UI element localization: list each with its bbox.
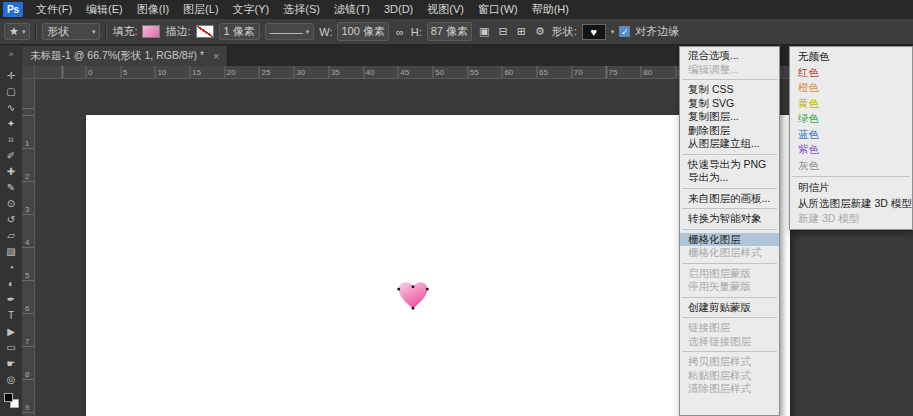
menubar-item[interactable]: 图层(L): [176, 0, 225, 19]
submenu-item[interactable]: 从所选图层新建 3D 模型: [790, 196, 912, 212]
path-selection-tool-icon[interactable]: ▶: [0, 324, 22, 340]
submenu-item[interactable]: 黄色: [790, 96, 912, 112]
tool-preset-picker[interactable]: ★ ▾: [4, 23, 30, 40]
menubar-item[interactable]: 滤镜(T): [327, 0, 377, 19]
clone-stamp-tool-icon[interactable]: ⊙: [0, 196, 22, 212]
ruler-number: 8: [25, 370, 29, 379]
shape-tool-icon[interactable]: ▭: [0, 340, 22, 356]
eraser-tool-icon[interactable]: ▱: [0, 228, 22, 244]
marquee-tool-icon[interactable]: ▢: [0, 84, 22, 100]
foreground-background-swatches[interactable]: [4, 393, 19, 408]
menubar-item[interactable]: 文件(F): [29, 0, 79, 19]
menubar-item[interactable]: 视图(V): [420, 0, 471, 19]
gear-icon[interactable]: ⚙: [533, 25, 547, 38]
menubar-item[interactable]: 3D(D): [377, 0, 420, 19]
context-menu-item: 链接图层: [680, 321, 779, 335]
context-menu-item: 栅格化图层样式: [680, 246, 779, 260]
context-menu-item[interactable]: 删除图层: [680, 124, 779, 138]
ruler-number: 7: [25, 337, 29, 346]
ruler-number: 2: [25, 172, 29, 181]
ruler-number: 10: [157, 68, 166, 77]
shape-picker[interactable]: ♥: [582, 24, 606, 40]
dodge-tool-icon[interactable]: ◐: [0, 276, 22, 292]
context-menu-item[interactable]: 栅格化图层: [680, 233, 779, 247]
quick-selection-tool-icon[interactable]: ✦: [0, 116, 22, 132]
chevron-down-icon: ▾: [306, 28, 310, 36]
stroke-style-select[interactable]: ——— ▾: [265, 23, 315, 40]
menubar-item[interactable]: 选择(S): [276, 0, 327, 19]
width-input[interactable]: 100 像素: [337, 22, 388, 41]
submenu-item[interactable]: 蓝色: [790, 127, 912, 143]
ruler-number: 45: [400, 68, 409, 77]
ruler-number: 35: [331, 68, 340, 77]
blur-tool-icon[interactable]: ◔: [0, 260, 22, 276]
ruler-number: 1: [25, 139, 29, 148]
tool-mode-select[interactable]: 形状 ▾: [42, 23, 100, 40]
heart-shape-layer[interactable]: [395, 278, 431, 314]
hand-tool-icon[interactable]: ☛: [0, 356, 22, 372]
submenu-item[interactable]: 灰色: [790, 158, 912, 174]
type-tool-icon[interactable]: T: [0, 308, 22, 324]
stroke-width-input[interactable]: 1 像素: [219, 23, 260, 40]
stroke-color-swatch[interactable]: [196, 25, 214, 38]
context-menu-item[interactable]: 创建剪贴蒙版: [680, 301, 779, 315]
menubar-item[interactable]: 帮助(H): [525, 0, 576, 19]
submenu-item[interactable]: 明信片: [790, 180, 912, 196]
submenu-item[interactable]: 无颜色: [790, 49, 912, 65]
tool-mode-value: 形状: [47, 24, 69, 39]
context-menu-item[interactable]: 复制 SVG: [680, 97, 779, 111]
menu-separator: [682, 317, 777, 318]
fill-color-swatch[interactable]: [142, 25, 160, 38]
lasso-tool-icon[interactable]: ∿: [0, 100, 22, 116]
context-menu-item[interactable]: 转换为智能对象: [680, 212, 779, 226]
link-dimensions-icon[interactable]: ∞: [394, 26, 406, 38]
submenu-item[interactable]: 紫色: [790, 142, 912, 158]
menu-separator: [792, 176, 910, 177]
submenu-item: 新建 3D 模型: [790, 211, 912, 227]
context-menu-item: 清除图层样式: [680, 382, 779, 396]
tools-panel: » ✛▢∿✦⌗✐✚✎⊙↺▱▨◔◐✒T▶▭☛◎: [0, 45, 22, 416]
align-edges-checkbox[interactable]: ✓: [619, 26, 630, 37]
foreground-color-swatch[interactable]: [4, 393, 13, 402]
context-menu-item[interactable]: 导出为...: [680, 171, 779, 185]
chevron-down-icon: ▾: [22, 28, 26, 36]
menubar-item[interactable]: 图像(I): [130, 0, 176, 19]
separator: [105, 23, 107, 41]
ruler-number: 3: [25, 205, 29, 214]
menubar-item[interactable]: 窗口(W): [471, 0, 525, 19]
healing-brush-tool-icon[interactable]: ✚: [0, 164, 22, 180]
eyedropper-tool-icon[interactable]: ✐: [0, 148, 22, 164]
ruler-number: 0: [88, 68, 92, 77]
history-brush-tool-icon[interactable]: ↺: [0, 212, 22, 228]
submenu-item[interactable]: 绿色: [790, 111, 912, 127]
move-tool-icon[interactable]: ✛: [0, 68, 22, 84]
ruler-number: 4: [25, 238, 29, 247]
pen-tool-icon[interactable]: ✒: [0, 292, 22, 308]
submenu-item[interactable]: 橙色: [790, 80, 912, 96]
menubar-item[interactable]: 编辑(E): [79, 0, 130, 19]
context-menu-item[interactable]: 从图层建立组...: [680, 137, 779, 151]
context-menu-item[interactable]: 来自图层的画板...: [680, 192, 779, 206]
path-alignment-icon[interactable]: ⊟: [496, 25, 509, 38]
context-menu-item[interactable]: 复制 CSS: [680, 83, 779, 97]
brush-tool-icon[interactable]: ✎: [0, 180, 22, 196]
context-menu-item[interactable]: 混合选项...: [680, 49, 779, 63]
collapse-panel-icon[interactable]: »: [8, 48, 13, 60]
path-arrangement-icon[interactable]: ⊞: [515, 25, 528, 38]
ruler-number: 20: [227, 68, 236, 77]
crop-tool-icon[interactable]: ⌗: [0, 132, 22, 148]
ruler-number: 25: [262, 68, 271, 77]
ruler-number: 55: [470, 68, 479, 77]
close-icon[interactable]: ×: [213, 50, 219, 62]
height-input[interactable]: 87 像素: [427, 22, 472, 41]
context-menu-item[interactable]: 快速导出为 PNG: [680, 158, 779, 172]
menu-bar: Ps 文件(F)编辑(E)图像(I)图层(L)文字(Y)选择(S)滤镜(T)3D…: [0, 0, 913, 19]
menubar-item[interactable]: 文字(Y): [226, 0, 277, 19]
gradient-tool-icon[interactable]: ▨: [0, 244, 22, 260]
submenu-item[interactable]: 红色: [790, 65, 912, 81]
context-menu-item[interactable]: 复制图层...: [680, 110, 779, 124]
document-tab[interactable]: 未标题-1 @ 66.7%(形状 1, RGB/8#) * ×: [22, 46, 228, 66]
zoom-tool-icon[interactable]: ◎: [0, 372, 22, 388]
photoshop-logo: Ps: [3, 2, 23, 17]
path-operations-icon[interactable]: ▣: [477, 25, 491, 38]
